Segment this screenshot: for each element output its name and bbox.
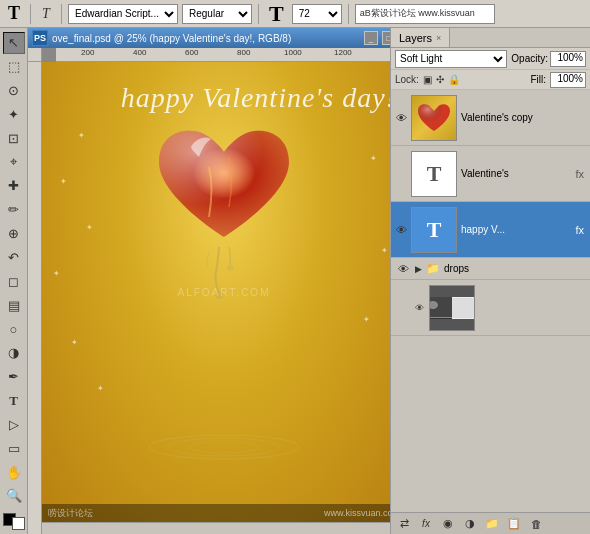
horizontal-scrollbar[interactable] (42, 522, 418, 534)
layer-info-2: Valentine's (459, 168, 573, 179)
layers-tab[interactable]: Layers × (391, 28, 450, 47)
font-style-select[interactable]: Regular (182, 4, 252, 24)
layers-panel: Layers × Soft Light Opacity: 100% Lock: … (390, 28, 590, 534)
minimize-button[interactable]: _ (364, 31, 378, 45)
top-toolbar: T T Edwardian Script... Regular T 72 aB紫… (0, 0, 590, 28)
path-select-tool[interactable]: ▷ (3, 414, 25, 436)
large-t-icon[interactable]: T (265, 1, 288, 27)
ruler-label-200: 200 (81, 48, 94, 57)
sparkle-7: ✦ (370, 154, 377, 163)
group-expand-arrow[interactable]: ▶ (415, 264, 422, 274)
history-brush-tool[interactable]: ↶ (3, 247, 25, 269)
layers-tab-label: Layers (399, 32, 432, 44)
layer-visibility-3[interactable]: 👁 (393, 224, 409, 236)
font-family-select[interactable]: Edwardian Script... (68, 4, 178, 24)
background-color[interactable] (12, 517, 25, 530)
canvas-area: PS ove_final.psd @ 25% (happy Valentine'… (28, 28, 590, 534)
blur-tool[interactable]: ○ (3, 318, 25, 340)
ruler-label-400: 400 (133, 48, 146, 57)
layer-fx-3: fx (575, 224, 584, 236)
layer-drops-group[interactable]: 👁 ▶ 📁 drops (391, 258, 590, 280)
heart-visual (149, 117, 299, 277)
water-ripple (144, 432, 304, 462)
rectangle-select-tool[interactable]: ⬚ (3, 56, 25, 78)
clone-stamp-tool[interactable]: ⊕ (3, 223, 25, 245)
font-size-select[interactable]: 72 (292, 4, 342, 24)
sparkle-1: ✦ (78, 131, 85, 140)
shape-tool[interactable]: ▭ (3, 437, 25, 459)
layer-info-3: happy V... (459, 224, 573, 235)
zoom-tool[interactable]: 🔍 (3, 485, 25, 507)
healing-tool[interactable]: ✚ (3, 175, 25, 197)
ps-logo: PS (32, 30, 48, 46)
opacity-value[interactable]: 100% (550, 51, 586, 67)
ruler-label-600: 600 (185, 48, 198, 57)
svg-point-7 (431, 303, 435, 307)
lasso-tool[interactable]: ⊙ (3, 80, 25, 102)
layer-thumb-5a (429, 285, 475, 331)
svg-point-2 (149, 435, 299, 459)
new-adjustment-button[interactable]: ◑ (461, 515, 479, 533)
blend-mode-select[interactable]: Soft Light (395, 50, 507, 68)
lock-move-icon[interactable]: ✣ (436, 74, 444, 85)
opacity-label: Opacity: (511, 53, 548, 64)
gradient-tool[interactable]: ▤ (3, 294, 25, 316)
bottom-left-text: 唠设计论坛 (48, 507, 93, 520)
valentine-text: happy Valentine's day! (52, 82, 396, 114)
magic-wand-tool[interactable]: ✦ (3, 104, 25, 126)
separator-4 (348, 4, 349, 24)
lock-all-icon[interactable]: 🔒 (448, 74, 460, 85)
fill-label: Fill: (530, 74, 546, 85)
document-titlebar: PS ove_final.psd @ 25% (happy Valentine'… (28, 28, 418, 48)
dodge-tool[interactable]: ◑ (3, 342, 25, 364)
sparkle-2: ✦ (60, 177, 67, 186)
sparkle-6: ✦ (97, 384, 104, 393)
delete-layer-button[interactable]: 🗑 (527, 515, 545, 533)
group-name: drops (444, 263, 469, 274)
fill-value[interactable]: 100% (550, 72, 586, 88)
ruler-corner (28, 48, 42, 62)
new-group-button[interactable]: 📁 (483, 515, 501, 533)
link-layers-button[interactable]: ⇄ (395, 515, 413, 533)
layer-drop-image[interactable]: 👁 (391, 280, 590, 336)
layer-visibility-2[interactable]: 👁 (393, 168, 409, 180)
layer-visibility-1[interactable]: 👁 (393, 112, 409, 124)
horizontal-ruler: 200 400 600 800 1000 1200 (56, 48, 406, 62)
svg-rect-8 (452, 298, 475, 318)
layer-happy-v[interactable]: 👁 T happy V... fx (391, 202, 590, 258)
text-tool[interactable]: T (3, 390, 25, 412)
separator-2 (61, 4, 62, 24)
left-toolbar: ↖ ⬚ ⊙ ✦ ⊡ ⌖ ✚ ✏ ⊕ ↶ ◻ ▤ ○ ◑ ✒ T ▷ ▭ ✋ 🔍 (0, 28, 28, 534)
sample-text-field: aB紫设计论坛 www.kissvuan (355, 4, 495, 24)
canvas-image[interactable]: ✦ ✦ ✦ ✦ ✦ ✦ ✦ ✦ ✦ happy Valentine's day! (42, 62, 406, 522)
sparkle-4: ✦ (53, 269, 60, 278)
layers-bottom-bar: ⇄ fx ◉ ◑ 📁 📋 🗑 (391, 512, 590, 534)
add-style-button[interactable]: fx (417, 515, 435, 533)
crop-tool[interactable]: ⊡ (3, 127, 25, 149)
layer-visibility-5[interactable]: 👁 (411, 303, 427, 313)
hand-tool[interactable]: ✋ (3, 461, 25, 483)
new-layer-button[interactable]: 📋 (505, 515, 523, 533)
pen-tool[interactable]: ✒ (3, 366, 25, 388)
lock-label: Lock: (395, 74, 419, 85)
layer-valentines-text[interactable]: 👁 T Valentine's fx (391, 146, 590, 202)
eyedropper-tool[interactable]: ⌖ (3, 151, 25, 173)
layer-visibility-4[interactable]: 👁 (395, 263, 411, 275)
layer-name-2: Valentine's (461, 168, 573, 179)
add-mask-button[interactable]: ◉ (439, 515, 457, 533)
move-tool[interactable]: ↖ (3, 32, 25, 54)
opacity-row: Opacity: 100% (511, 51, 586, 67)
ruler-label-1200: 1200 (334, 48, 352, 57)
layer-valentines-copy[interactable]: 👁 (391, 90, 590, 146)
text-tool-icon[interactable]: T (4, 3, 24, 24)
brush-tool[interactable]: ✏ (3, 199, 25, 221)
blend-mode-row: Soft Light Opacity: 100% (391, 48, 590, 70)
layers-tab-close[interactable]: × (436, 33, 441, 43)
italic-t-icon[interactable]: T (37, 5, 55, 23)
layer-fx-2: fx (575, 168, 584, 180)
ruler-label-800: 800 (237, 48, 250, 57)
vertical-ruler (28, 62, 42, 534)
eraser-tool[interactable]: ◻ (3, 270, 25, 292)
group-folder-icon: 📁 (426, 262, 440, 275)
lock-pixels-icon[interactable]: ▣ (423, 74, 432, 85)
